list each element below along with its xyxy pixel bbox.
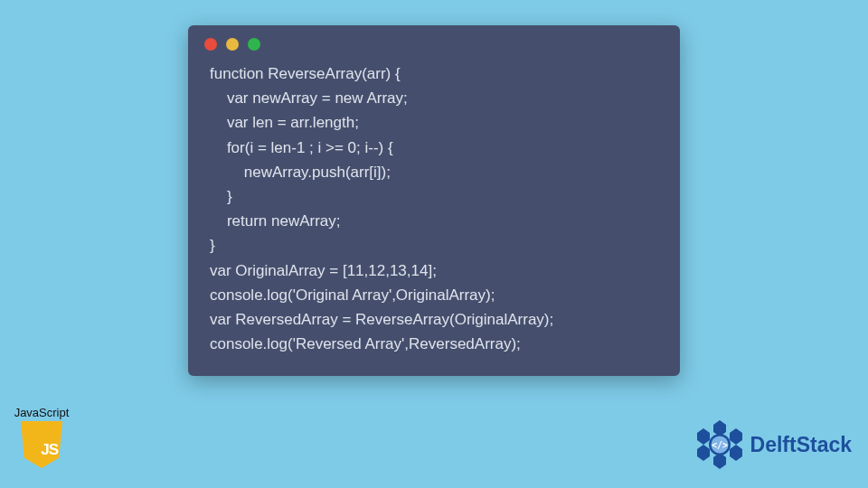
traffic-light-green-icon: [248, 38, 260, 51]
svg-marker-3: [697, 428, 710, 445]
delftstack-badge: </> DelftStack: [694, 419, 852, 470]
javascript-shield-icon: JS: [21, 421, 62, 468]
svg-marker-4: [730, 445, 742, 461]
svg-text:</>: </>: [711, 440, 727, 450]
traffic-light-yellow-icon: [226, 38, 239, 51]
window-traffic-lights: [188, 25, 680, 60]
code-block: function ReverseArray(arr) { var newArra…: [188, 60, 680, 363]
javascript-label: JavaScript: [9, 406, 74, 419]
delftstack-logo-icon: </>: [694, 419, 745, 470]
delftstack-label: DelftStack: [750, 433, 852, 457]
javascript-icon-text: JS: [41, 441, 58, 459]
javascript-badge: JavaScript JS: [9, 406, 74, 468]
svg-marker-2: [730, 428, 742, 445]
svg-marker-5: [697, 445, 710, 461]
traffic-light-red-icon: [204, 38, 217, 51]
code-window: function ReverseArray(arr) { var newArra…: [188, 25, 680, 376]
